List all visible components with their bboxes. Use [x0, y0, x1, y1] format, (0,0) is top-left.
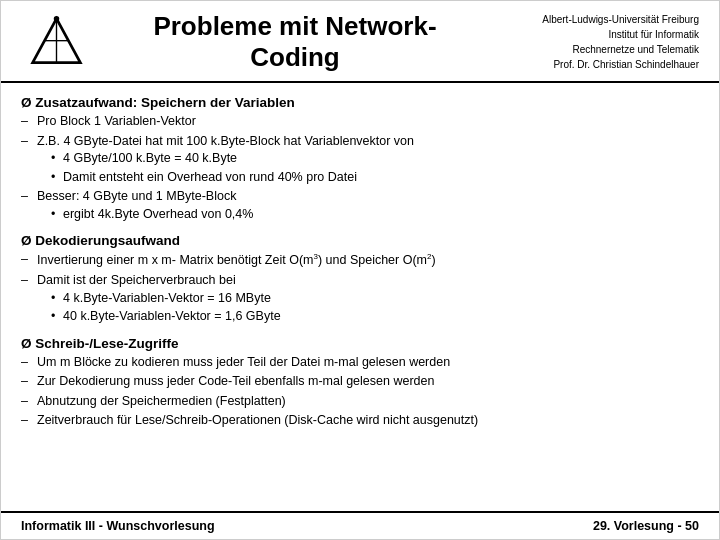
svg-point-3 — [53, 16, 59, 21]
footer-left: Informatik III - Wunschvorlesung — [21, 519, 215, 533]
content-area: Ø Zusatzaufwand: Speichern der Variablen… — [1, 83, 719, 511]
list-item: Um m Blöcke zu kodieren muss jeder Teil … — [21, 354, 695, 372]
sub-list-item: 4 k.Byte-Variablen-Vektor = 16 MByte — [49, 290, 695, 308]
university-logo — [29, 15, 84, 70]
slide-container: Probleme mit Network- Coding Albert-Ludw… — [0, 0, 720, 540]
list-item: Zeitverbrauch für Lese/Schreib-Operation… — [21, 412, 695, 430]
section1-title: Ø Zusatzaufwand: Speichern der Variablen — [21, 95, 695, 110]
list-item: Zur Dekodierung muss jeder Code-Teil ebe… — [21, 373, 695, 391]
sub-list: ergibt 4k.Byte Overhead von 0,4% — [49, 206, 695, 224]
list-item: Abnutzung der Speichermedien (Festplatte… — [21, 393, 695, 411]
sub-list-item: 4 GByte/100 k.Byte = 40 k.Byte — [49, 150, 695, 168]
header: Probleme mit Network- Coding Albert-Ludw… — [1, 1, 719, 83]
sub-list-item: 40 k.Byte-Variablen-Vektor = 1,6 GByte — [49, 308, 695, 326]
section2-list: Invertierung einer m x m- Matrix benötig… — [21, 251, 695, 325]
institution-line1: Albert-Ludwigs-Universität Freiburg — [499, 12, 699, 27]
title-line1: Probleme mit Network- — [153, 11, 436, 41]
title-line2: Coding — [250, 42, 340, 72]
section1-list: Pro Block 1 Variablen-Vektor Z.B. 4 GByt… — [21, 113, 695, 223]
list-item: Damit ist der Speicherverbrauch bei 4 k.… — [21, 272, 695, 326]
list-item: Besser: 4 GByte und 1 MByte-Block ergibt… — [21, 188, 695, 223]
institution-line3: Rechnernetze und Telematik — [499, 42, 699, 57]
logo-area — [21, 15, 91, 70]
footer: Informatik III - Wunschvorlesung 29. Vor… — [1, 511, 719, 539]
sub-list: 4 k.Byte-Variablen-Vektor = 16 MByte 40 … — [49, 290, 695, 326]
section2-title: Ø Dekodierungsaufwand — [21, 233, 695, 248]
institution-area: Albert-Ludwigs-Universität Freiburg Inst… — [499, 12, 699, 72]
list-item: Invertierung einer m x m- Matrix benötig… — [21, 251, 695, 270]
section3-title: Ø Schreib-/Lese-Zugriffe — [21, 336, 695, 351]
institution-line4: Prof. Dr. Christian Schindelhauer — [499, 57, 699, 72]
title-area: Probleme mit Network- Coding — [91, 11, 499, 73]
list-item: Pro Block 1 Variablen-Vektor — [21, 113, 695, 131]
item-text: Damit ist der Speicherverbrauch bei — [37, 273, 236, 287]
section-zusatzaufwand: Ø Zusatzaufwand: Speichern der Variablen… — [21, 95, 695, 223]
item-text: Besser: 4 GByte und 1 MByte-Block — [37, 189, 236, 203]
list-item: Z.B. 4 GByte-Datei hat mit 100 k.Byte-Bl… — [21, 133, 695, 187]
main-title: Probleme mit Network- Coding — [153, 11, 436, 73]
section3-list: Um m Blöcke zu kodieren muss jeder Teil … — [21, 354, 695, 430]
institution-line2: Institut für Informatik — [499, 27, 699, 42]
item-text: Z.B. 4 GByte-Datei hat mit 100 k.Byte-Bl… — [37, 134, 414, 148]
section-dekodierungsaufwand: Ø Dekodierungsaufwand Invertierung einer… — [21, 233, 695, 325]
sub-list-item: Damit entsteht ein Overhead von rund 40%… — [49, 169, 695, 187]
section-schreib-lese: Ø Schreib-/Lese-Zugriffe Um m Blöcke zu … — [21, 336, 695, 430]
sub-list-item: ergibt 4k.Byte Overhead von 0,4% — [49, 206, 695, 224]
sub-list: 4 GByte/100 k.Byte = 40 k.Byte Damit ent… — [49, 150, 695, 186]
footer-right: 29. Vorlesung - 50 — [593, 519, 699, 533]
